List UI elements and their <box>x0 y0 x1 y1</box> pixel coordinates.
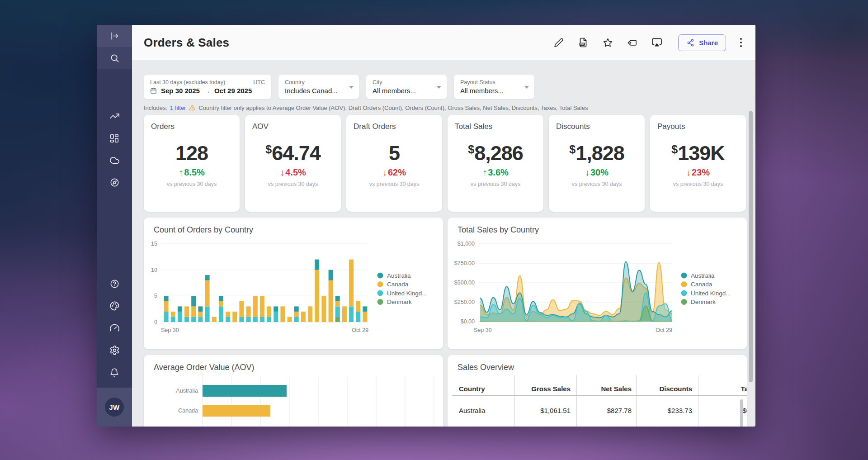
bar-segment-australia[interactable] <box>191 296 196 306</box>
edit-button[interactable] <box>554 38 564 47</box>
bar-segment-united-kingdom[interactable] <box>205 306 210 322</box>
legend-item-united-kingd[interactable]: United Kingd... <box>377 290 427 297</box>
bar-segment-australia[interactable] <box>363 306 367 312</box>
bar-segment-australia[interactable] <box>294 306 299 312</box>
bar-segment-australia[interactable] <box>335 296 340 301</box>
column-header-net-sales[interactable]: Net Sales <box>579 385 632 393</box>
bar-segment-australia[interactable] <box>178 306 182 312</box>
bar-segment-canada[interactable] <box>349 260 354 307</box>
bar-segment-canada[interactable] <box>164 301 169 312</box>
bar-segment-canada[interactable] <box>288 317 292 322</box>
bar-segment-united-kingdom[interactable] <box>198 317 203 322</box>
hbar-australia[interactable] <box>203 385 287 397</box>
card-menu-button[interactable] <box>533 120 536 128</box>
column-header-taxes[interactable]: Taxes <box>701 385 747 393</box>
bar-segment-united-kingdom[interactable] <box>267 317 271 322</box>
bar-segment-canada[interactable] <box>280 306 285 322</box>
filter-dropdown-city[interactable]: CityAll members... <box>366 75 447 99</box>
header-menu-button[interactable] <box>740 38 742 47</box>
bar-segment-united-kingdom[interactable] <box>349 306 354 322</box>
bar-segment-united-kingdom[interactable] <box>294 317 299 322</box>
sidebar-expand-button[interactable] <box>97 25 132 47</box>
label-button[interactable] <box>627 38 637 48</box>
card-menu-button[interactable] <box>734 361 738 368</box>
bar-segment-canada[interactable] <box>329 280 333 322</box>
bar-segment-canada[interactable] <box>308 306 312 322</box>
export-pdf-button[interactable]: PDF <box>578 37 589 48</box>
bar-segment-canada[interactable] <box>267 306 271 317</box>
bar-segment-united-kingdom[interactable] <box>274 312 278 322</box>
card-menu-button[interactable] <box>735 120 739 128</box>
filter-dropdown-payout-status[interactable]: Payout StatusAll members... <box>454 75 534 99</box>
bar-segment-united-kingdom[interactable] <box>164 312 169 322</box>
sidebar-item-usage[interactable] <box>97 317 132 339</box>
bar-segment-canada[interactable] <box>191 306 196 317</box>
bar-segment-canada[interactable] <box>239 301 244 317</box>
column-header-gross-sales[interactable]: Gross Sales <box>517 385 571 393</box>
card-menu-button[interactable] <box>734 223 738 231</box>
column-header-country[interactable]: Country <box>459 385 512 393</box>
sidebar-item-theme[interactable] <box>97 295 132 317</box>
bar-segment-canada[interactable] <box>301 312 306 322</box>
bar-segment-canada[interactable] <box>226 312 230 317</box>
user-avatar-area[interactable]: JW <box>97 388 132 427</box>
card-menu-button[interactable] <box>229 120 232 128</box>
share-button[interactable]: Share <box>678 34 726 51</box>
card-menu-button[interactable] <box>330 120 334 128</box>
bar-segment-united-kingdom[interactable] <box>171 317 175 322</box>
bar-segment-united-kingdom[interactable] <box>356 312 360 322</box>
legend-item-canada[interactable]: Canada <box>681 281 712 288</box>
legend-item-denmark[interactable]: Denmark <box>377 299 412 305</box>
bar-segment-canada[interactable] <box>335 301 340 307</box>
bar-segment-australia[interactable] <box>329 270 333 280</box>
bar-segment-australia[interactable] <box>205 275 210 280</box>
legend-item-canada[interactable]: Canada <box>377 281 409 288</box>
bar-segment-united-kingdom[interactable] <box>219 306 223 322</box>
card-menu-button[interactable] <box>634 120 637 128</box>
bar-segment-canada[interactable] <box>321 296 326 322</box>
sidebar-search-button[interactable] <box>97 47 132 69</box>
filter-dropdown-country[interactable]: CountryIncludes Canad... <box>278 75 359 99</box>
bar-segment-united-kingdom[interactable] <box>191 317 196 322</box>
card-menu-button[interactable] <box>430 361 434 368</box>
bar-segment-australia[interactable] <box>164 296 169 301</box>
bar-segment-canada[interactable] <box>356 301 360 312</box>
present-button[interactable] <box>651 37 662 48</box>
legend-item-denmark[interactable]: Denmark <box>681 299 716 305</box>
date-range-filter[interactable]: Last 30 days (excludes today) UTC Sep 30… <box>144 75 271 99</box>
bar-segment-canada[interactable] <box>205 280 210 307</box>
bar-segment-canada[interactable] <box>315 270 319 322</box>
bar-segment-canada[interactable] <box>246 306 251 317</box>
bar-segment-canada[interactable] <box>342 306 347 322</box>
sidebar-item-dashboards[interactable] <box>97 127 132 149</box>
bar-segment-australia[interactable] <box>274 306 278 312</box>
bar-segment-canada[interactable] <box>184 306 189 317</box>
sidebar-item-explore[interactable] <box>97 171 132 194</box>
bar-segment-united-kingdom[interactable] <box>226 317 230 322</box>
legend-item-australia[interactable]: Australia <box>681 272 715 279</box>
bar-segment-united-kingdom[interactable] <box>178 312 182 322</box>
bar-segment-united-kingdom[interactable] <box>239 317 244 322</box>
bar-segment-canada[interactable] <box>363 312 367 322</box>
bar-segment-australia[interactable] <box>198 306 203 312</box>
bar-segment-canada[interactable] <box>260 296 264 317</box>
bar-segment-canada[interactable] <box>171 312 175 317</box>
bar-segment-canada[interactable] <box>294 312 299 317</box>
content-scrollbar-thumb[interactable] <box>749 111 753 382</box>
sidebar-item-trends[interactable] <box>97 105 132 127</box>
bar-segment-canada[interactable] <box>219 301 223 307</box>
bar-segment-australia[interactable] <box>315 260 319 270</box>
table-scrollbar-thumb[interactable] <box>740 399 743 427</box>
bar-segment-canada[interactable] <box>253 296 258 317</box>
bar-segment-australia[interactable] <box>219 296 223 301</box>
sidebar-item-settings[interactable] <box>97 339 132 361</box>
bar-segment-canada[interactable] <box>212 317 217 322</box>
sidebar-item-notifications[interactable] <box>97 361 132 384</box>
sidebar-item-cloud[interactable] <box>97 149 132 171</box>
avatar[interactable]: JW <box>105 398 124 417</box>
bar-segment-united-kingdom[interactable] <box>184 317 189 322</box>
bar-segment-united-kingdom[interactable] <box>253 317 258 322</box>
legend-item-australia[interactable]: Australia <box>377 272 411 279</box>
favorite-button[interactable] <box>603 38 613 48</box>
bar-segment-canada[interactable] <box>198 312 203 317</box>
